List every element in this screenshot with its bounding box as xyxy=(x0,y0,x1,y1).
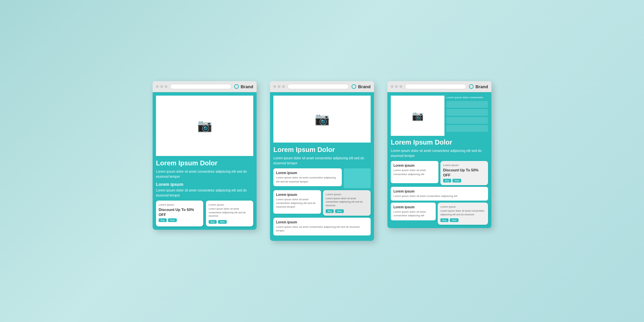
buy-button-2[interactable]: Buy xyxy=(326,209,334,213)
screen-1: Brand 📷 Lorem Ipsum Dolor Lorem ipsum do… xyxy=(153,81,257,230)
buy-button-1-2[interactable]: Buy xyxy=(209,220,217,224)
screen1-content: 📷 Lorem Ipsum Dolor Lorem ipsum dolor si… xyxy=(153,92,257,230)
camera-icon-2: 📷 xyxy=(315,112,330,126)
now-button-1[interactable]: Now xyxy=(168,218,177,222)
list-text-3-3: Lorem ipsum dolor sit amet consectetur a… xyxy=(393,210,433,217)
card-text-2: Lorem ipsum dolor sit amet consectetur a… xyxy=(209,207,251,218)
screen-3: Brand 📷 Lorem ipsum dolor consectetur Lo… xyxy=(387,81,491,228)
browser-dots-2 xyxy=(273,85,285,88)
card-buttons-2: Buy Now xyxy=(209,220,251,224)
screen-2: Brand 📷 Lorem Ipsum Dolor Lorem ipsum do… xyxy=(270,81,374,240)
heading-1: Lorem Ipsum Dolor xyxy=(156,159,253,167)
buy-button-3-2[interactable]: Buy xyxy=(440,218,448,222)
discount-buttons-3: Buy Now xyxy=(443,179,485,182)
right-block-2 xyxy=(446,109,488,116)
side-card-label-2: Lorem ipsum xyxy=(326,193,368,196)
list-col-2: Lorem ipsum Lorem ipsum dolor sit amet c… xyxy=(273,190,371,216)
card-buttons-1: Buy Now xyxy=(159,218,201,222)
right-block-1 xyxy=(446,101,488,108)
dot-2-1 xyxy=(273,85,276,88)
list-item-3-2: Lorem ipsum Lorem ipsum dolor sit amet c… xyxy=(391,187,488,201)
list-col-3-3: Lorem ipsum Lorem ipsum dolor sit amet c… xyxy=(391,203,488,225)
list-item-2-2: Lorem ipsum Lorem ipsum dolor sit amet c… xyxy=(273,190,321,214)
list-text-2-3: Lorem ipsum dolor sit amet consectetur a… xyxy=(276,225,368,232)
dot-3 xyxy=(165,85,167,88)
camera-icon-1: 📷 xyxy=(197,119,212,133)
body-text-3: Lorem ipsum dolor sit amet consectetur a… xyxy=(391,148,488,158)
side-card-2: Lorem ipsum Lorem ipsum dolor sit amet c… xyxy=(323,190,371,216)
list-text-2-1: Lorem ipsum dolor sit amet consectetur a… xyxy=(276,176,339,183)
side-card-text-2: Lorem ipsum dolor sit amet consectetur a… xyxy=(326,197,368,208)
card-1-2: Lorem ipsum Lorem ipsum dolor sit amet c… xyxy=(206,201,253,226)
list-item-3-3: Lorem ipsum Lorem ipsum dolor sit amet c… xyxy=(391,203,436,220)
screen3-top: 📷 Lorem ipsum dolor consectetur xyxy=(391,96,488,136)
hero-image-3: 📷 xyxy=(391,96,444,136)
screen3-content: 📷 Lorem ipsum dolor consectetur Lorem Ip… xyxy=(387,92,491,228)
list-text-3-1: Lorem ipsum dolor sit amet consectetur a… xyxy=(393,168,436,176)
list-title-2-1: Lorem ipsum xyxy=(276,171,339,175)
buy-button-1[interactable]: Buy xyxy=(159,218,167,222)
hero-image-2: 📷 xyxy=(273,96,371,143)
brand-logo-1: Brand xyxy=(234,84,253,89)
section-title-1: Lorem ipsum xyxy=(156,182,253,187)
dot-2-3 xyxy=(282,85,285,88)
list-title-3-3: Lorem ipsum xyxy=(393,205,433,209)
now-button-3-2[interactable]: Now xyxy=(450,218,459,222)
dot-3-1 xyxy=(391,85,393,88)
browser-bar-3: Brand xyxy=(387,81,491,92)
brand-circle-1 xyxy=(234,84,239,89)
card-title-1: Discount Up To 50% OFF xyxy=(159,207,201,217)
side-card-buttons-2: Buy Now xyxy=(326,209,368,213)
list-title-3-1: Lorem ipsum xyxy=(393,164,436,167)
cards-row-1: Lorem ipsum Discount Up To 50% OFF Buy N… xyxy=(156,201,253,226)
address-bar-1[interactable] xyxy=(170,84,231,89)
list-title-3-2: Lorem ipsum xyxy=(393,190,485,193)
screen3-right-panel: Lorem ipsum dolor consectetur xyxy=(446,96,488,136)
list-col-1: Lorem ipsum Lorem ipsum dolor sit amet c… xyxy=(273,168,371,188)
card-label-1: Lorem ipsum xyxy=(159,203,201,206)
list-item-3-2-wrap: Lorem ipsum Lorem ipsum dolor sit amet c… xyxy=(391,187,488,201)
brand-circle-3 xyxy=(469,84,474,89)
screens-container: Brand 📷 Lorem Ipsum Dolor Lorem ipsum do… xyxy=(139,68,505,254)
browser-bar-1: Brand xyxy=(153,81,257,92)
card-1-1: Lorem ipsum Discount Up To 50% OFF Buy N… xyxy=(156,201,203,226)
brand-logo-2: Brand xyxy=(352,84,371,89)
discount-label-3: Lorem ipsum xyxy=(443,164,485,167)
browser-dots-3 xyxy=(391,85,402,88)
side-card-label-3: Lorem ipsum xyxy=(440,205,485,208)
dot-1 xyxy=(156,85,159,88)
list-3-3-stack: Lorem ipsum Lorem ipsum dolor sit amet c… xyxy=(391,203,436,225)
address-bar-3[interactable] xyxy=(405,84,466,89)
side-card-3: Lorem ipsum Lorem ipsum dolor sit amet c… xyxy=(438,203,488,225)
body-text-2: Lorem ipsum dolor sit amet consectetur a… xyxy=(156,188,253,198)
list-col-3-1: Lorem ipsum Lorem ipsum dolor sit amet c… xyxy=(391,161,488,185)
list-item-2-3-wrap: Lorem ipsum Lorem ipsum dolor sit amet c… xyxy=(273,218,371,235)
dot-2-2 xyxy=(278,85,280,88)
right-text-3: Lorem ipsum dolor consectetur xyxy=(446,96,488,100)
now-button-1-2[interactable]: Now xyxy=(218,220,227,224)
accent-block-2-1 xyxy=(344,168,371,188)
dot-3-3 xyxy=(399,85,402,88)
discount-title-3: Discount Up To 50% OFF xyxy=(443,168,485,177)
dot-3-2 xyxy=(395,85,398,88)
buy-button-3[interactable]: Buy xyxy=(443,179,451,182)
dot-2 xyxy=(160,85,163,88)
now-button-2[interactable]: Now xyxy=(335,209,344,213)
discount-card-3: Lorem ipsum Discount Up To 50% OFF Buy N… xyxy=(440,161,488,185)
browser-dots-1 xyxy=(156,85,167,88)
side-card-text-3: Lorem ipsum dolor sit amet consectetur a… xyxy=(440,209,485,216)
body-text-1: Lorem ipsum dolor sit amet consectetur a… xyxy=(156,169,253,179)
now-button-3[interactable]: Now xyxy=(452,179,461,182)
browser-bar-2: Brand xyxy=(270,81,374,92)
list-text-3-2: Lorem ipsum dolor sit amet consectetur a… xyxy=(393,194,485,198)
body-text-2-1: Lorem ipsum dolor sit amet consectetur a… xyxy=(273,156,371,166)
side-card-buttons-3: Buy Now xyxy=(440,218,485,222)
brand-circle-2 xyxy=(352,84,356,89)
brand-logo-3: Brand xyxy=(469,84,488,89)
address-bar-2[interactable] xyxy=(287,84,349,89)
list-text-2-2: Lorem ipsum dolor sit amet consectetur a… xyxy=(276,198,318,209)
screen2-content: 📷 Lorem Ipsum Dolor Lorem ipsum dolor si… xyxy=(270,92,374,240)
camera-icon-3: 📷 xyxy=(412,110,424,121)
right-block-4 xyxy=(446,125,488,132)
list-item-3-1: Lorem ipsum Lorem ipsum dolor sit amet c… xyxy=(391,161,438,183)
